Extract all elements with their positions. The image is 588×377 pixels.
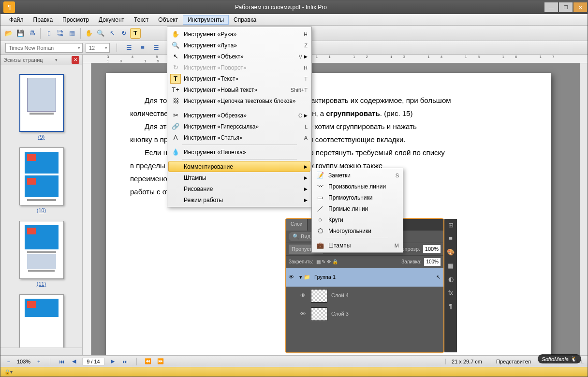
pointer-tool[interactable]: ↖ — [107, 28, 118, 39]
thumbnail-list[interactable]: (9) (10) (11) — [0, 65, 82, 348]
dropdown-item[interactable]: ✋Инструмент «Рука»H — [168, 29, 310, 40]
thumbnail-page[interactable]: (11) — [19, 221, 64, 287]
dropdown-item[interactable]: Комментирование▶ — [168, 161, 310, 172]
page-grid-icon[interactable]: ▦ — [67, 28, 77, 39]
zoom-tool[interactable]: 🔍 — [95, 28, 106, 39]
open-button[interactable]: 📂 — [3, 28, 14, 39]
thumbnail-page[interactable] — [19, 294, 64, 348]
font-size-combo[interactable]: 12 — [86, 43, 110, 53]
zoom-out-button[interactable]: − — [4, 357, 13, 366]
thumbnail-dropdown-icon[interactable]: ▾ — [55, 58, 58, 62]
dropdown-item[interactable]: ✂Инструмент «Обрезка»C▶ — [168, 110, 310, 121]
prev-page-button[interactable]: ◀ — [70, 357, 78, 366]
page-dimensions: 21 x 29.7 cm — [445, 359, 488, 364]
next-page-button[interactable]: ▶ — [108, 357, 117, 366]
presenter-label: Представител — [492, 359, 535, 364]
tools-dropdown: ✋Инструмент «Рука»H🔍Инструмент «Лупа»Z↖И… — [167, 27, 312, 207]
thumbnail-panel: Эскизы страниц ▾ ✕ (9) (10) (11) — [0, 55, 83, 355]
menu-help[interactable]: Справка — [229, 15, 261, 25]
font-name-combo[interactable]: Times New Roman — [5, 43, 83, 53]
rotate-tool[interactable]: ↻ — [118, 28, 129, 39]
history-back-button[interactable]: ⏪ — [144, 357, 152, 366]
dropdown-item[interactable]: ⛓Инструмент «Цепочка текстовых блоков» — [168, 95, 310, 106]
zoom-value: 103% — [17, 359, 30, 364]
dropdown-item[interactable]: Режим работы▶ — [168, 194, 310, 205]
thumbnail-panel-title: Эскизы страниц — [3, 57, 43, 63]
hand-tool[interactable]: ✋ — [84, 28, 94, 39]
dropdown-item[interactable]: T+Инструмент «Новый текст»Shift+T — [168, 84, 310, 95]
titlebar: ¶ Работаем со слоями.pdf - Infix Pro — ❐… — [0, 0, 588, 14]
submenu-item[interactable]: 📝ЗаметкиS — [313, 170, 402, 181]
print-button[interactable]: 🖶 — [27, 28, 37, 39]
ruler-vertical — [83, 63, 91, 355]
menu-text[interactable]: Текст — [129, 15, 153, 25]
last-page-button[interactable]: ⏭ — [121, 357, 130, 366]
dropdown-item[interactable]: AИнструмент «Статья»A — [168, 132, 310, 143]
dropdown-item[interactable]: 🔍Инструмент «Лупа»Z — [168, 40, 310, 51]
thumbnail-page[interactable]: (10) — [19, 147, 64, 213]
dropdown-item[interactable]: ↖Инструмент «Объект»V▶ — [168, 51, 310, 62]
menubar: Файл Правка Просмотр Документ Текст Объе… — [0, 14, 588, 26]
page-indicator[interactable]: 9 / 14 — [82, 358, 104, 365]
dropdown-item: ↻Инструмент «Поворот»R — [168, 62, 310, 73]
menu-view[interactable]: Просмотр — [58, 15, 94, 25]
watermark: SoftoMania — [538, 354, 581, 363]
save-button[interactable]: 💾 — [15, 28, 26, 39]
align-left-icon[interactable]: ☰ — [124, 43, 134, 53]
page-copy-icon[interactable]: ⿻ — [55, 28, 66, 39]
page-icon[interactable]: ▯ — [44, 28, 54, 39]
submenu-item[interactable]: 💼ШтампыM — [313, 240, 402, 251]
lock-icon: 🔒▾ — [4, 369, 13, 375]
menu-tools[interactable]: Инструменты — [183, 15, 229, 25]
close-button[interactable]: ✕ — [573, 2, 587, 12]
window-title: Работаем со слоями.pdf - Infix Pro — [18, 4, 544, 11]
first-page-button[interactable]: ⏮ — [57, 357, 66, 366]
thumbnail-page[interactable]: (9) — [19, 74, 64, 140]
history-fwd-button[interactable]: ⏩ — [156, 357, 165, 366]
thumbnail-close-button[interactable]: ✕ — [72, 56, 79, 64]
submenu-item[interactable]: ⬠Многоугольники — [313, 225, 402, 236]
embedded-side-toolbar: ⊞≡🎨▦◐fx¶ — [444, 219, 457, 352]
zoom-in-button[interactable]: + — [34, 357, 43, 366]
submenu-item[interactable]: ▭Прямоугольники — [313, 192, 402, 203]
vertical-scrollbar[interactable] — [580, 63, 588, 355]
align-center-icon[interactable]: ≡ — [137, 43, 148, 53]
dropdown-item[interactable]: Штампы▶ — [168, 172, 310, 183]
menu-edit[interactable]: Правка — [29, 15, 58, 25]
status-bar: − 103% + ⏮ ◀ 9 / 14 ▶ ⏭ ⏪ ⏩ 21 x 29.7 cm… — [0, 355, 588, 367]
menu-object[interactable]: Объект — [153, 15, 183, 25]
submenu-item[interactable]: ／Прямые линии — [313, 203, 402, 214]
text-tool[interactable]: T — [130, 28, 141, 39]
dropdown-item[interactable]: 🔗Инструмент «Гиперссылка»L — [168, 121, 310, 132]
ruler-horizontal: 3 4 5 6 7 8 9 10 11 12 13 14 15 16 17 18… — [83, 55, 588, 63]
align-right-icon[interactable]: ☰ — [151, 43, 162, 53]
commenting-submenu: 📝ЗаметкиS〰Произвольные линии▭Прямоугольн… — [311, 168, 403, 253]
menu-document[interactable]: Документ — [94, 15, 129, 25]
submenu-item[interactable]: ○Круги — [313, 214, 402, 225]
menu-file[interactable]: Файл — [4, 15, 29, 25]
dropdown-item[interactable]: Рисование▶ — [168, 183, 310, 194]
dropdown-item[interactable]: TИнструмент «Текст»T — [168, 73, 310, 84]
bottom-bar: 🔒▾ — [0, 367, 588, 377]
app-icon: ¶ — [3, 1, 15, 13]
submenu-item[interactable]: 〰Произвольные линии — [313, 181, 402, 192]
thumb-scrollbar[interactable] — [0, 348, 82, 355]
maximize-button[interactable]: ❐ — [559, 2, 573, 12]
dropdown-item[interactable]: 💧Инструмент «Пипетка» — [168, 146, 310, 158]
minimize-button[interactable]: — — [544, 2, 558, 12]
